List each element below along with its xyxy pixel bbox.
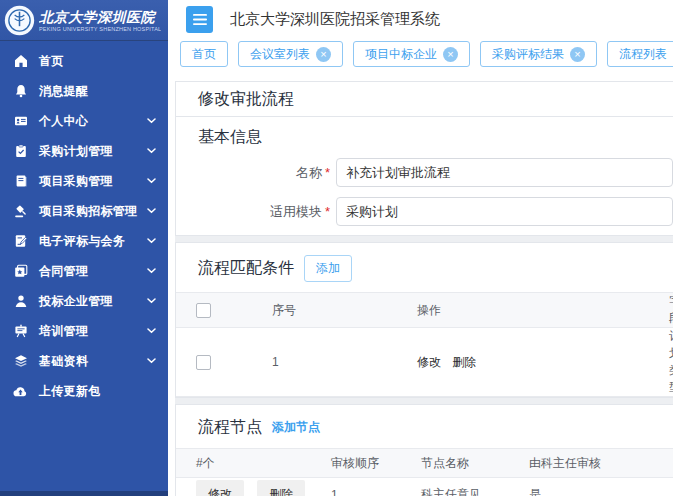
row-ops-cell: 修改 删除 [176,478,331,496]
sidebar-item-procurement-plan[interactable]: 采购计划管理 [0,136,168,166]
match-conditions-table: 序号 操作 字段 1 修改 删除 计划类型 [176,292,673,397]
tab-label: 首页 [192,46,216,63]
hospital-name: 北京大学深圳医院 [39,9,161,25]
process-nodes-card: 流程节点 添加节点 #个 审核顺序 节点名称 由科主任审核 修改 [175,404,673,496]
name-input[interactable] [336,158,673,187]
page-title: 修改审批流程 [198,89,294,110]
sidebar-item-label: 消息提醒 [39,83,156,100]
sidebar-item-label: 采购计划管理 [39,143,147,160]
page-title-card: 修改审批流程 [175,81,673,116]
cloud-upload-icon [13,384,28,399]
table-row: 修改 删除 1 科主任意见 是 [176,478,673,496]
app-title: 北京大学深圳医院招采管理系统 [230,10,440,29]
close-icon[interactable]: × [570,47,585,62]
sidebar-item-contract-management[interactable]: 合同管理 [0,256,168,286]
chevron-down-icon [147,238,156,244]
column-header-dept-head: 由科主任审核 [529,449,673,478]
column-header-order: 审核顺序 [331,449,421,478]
tab-winning-enterprises[interactable]: 项目中标企业 × [353,41,470,67]
delete-link[interactable]: 删除 [452,355,476,369]
table-header-row: #个 审核顺序 节点名称 由科主任审核 [176,449,673,478]
tab-process-list[interactable]: 流程列表 × [607,41,673,67]
row-field-cell: 计划类型 [669,328,673,397]
column-header-ops: #个 [176,449,331,478]
required-mark: * [325,165,330,180]
column-header-name: 节点名称 [421,449,529,478]
table-row: 1 修改 删除 计划类型 [176,328,673,397]
user-icon [13,294,28,309]
home-icon [13,54,28,69]
chevron-down-icon [147,328,156,334]
delete-button[interactable]: 删除 [257,480,305,496]
module-input[interactable] [336,197,673,226]
tab-evaluation-results[interactable]: 采购评标结果 × [480,41,597,67]
tab-label: 项目中标企业 [365,46,437,63]
tab-home[interactable]: 首页 [180,41,228,67]
sidebar-item-label: 基础资料 [39,353,147,370]
sidebar-item-upload-update[interactable]: 上传更新包 [0,376,168,406]
sidebar-item-basic-data[interactable]: 基础资料 [0,346,168,376]
process-nodes-title: 流程节点 [198,417,262,438]
hamburger-icon [193,14,207,25]
clipboard-check-icon [13,144,28,159]
table-header-row: 序号 操作 字段 [176,293,673,328]
bell-icon [13,84,28,99]
name-field-row: 名称 * [176,158,673,187]
sidebar-item-label: 合同管理 [39,263,147,280]
sidebar: 北京大学深圳医院 PEKING UNIVERSITY SHENZHEN HOSP… [0,0,168,496]
row-checkbox[interactable] [196,355,211,370]
row-index-cell: 1 [272,328,417,397]
sidebar-item-project-procurement[interactable]: 项目采购管理 [0,166,168,196]
basic-info-card: 基本信息 名称 * 适用模块 * [175,116,673,236]
process-nodes-table: #个 审核顺序 节点名称 由科主任审核 修改 删除 1 科主任意见 [176,448,673,496]
row-name-cell: 科主任意见 [421,478,529,496]
document-edit-icon [13,234,28,249]
sidebar-item-notifications[interactable]: 消息提醒 [0,76,168,106]
sidebar-item-label: 电子评标与会务 [39,233,147,250]
sidebar-item-training-management[interactable]: 培训管理 [0,316,168,346]
close-icon[interactable]: × [443,47,458,62]
sidebar-item-bidder-enterprise[interactable]: 投标企业管理 [0,286,168,316]
column-header-index: 序号 [272,293,417,328]
sidebar-item-personal-center[interactable]: 个人中心 [0,106,168,136]
close-icon[interactable]: × [316,47,331,62]
sidebar-item-label: 首页 [39,53,156,70]
add-condition-button[interactable]: 添加 [304,255,352,282]
sidebar-menu: 首页 消息提醒 个人中心 采购计划管理 项目采购管理 [0,41,168,406]
match-conditions-card: 流程匹配条件 添加 序号 操作 字段 1 [175,242,673,398]
edit-link[interactable]: 修改 [417,355,441,369]
tab-meeting-room-list[interactable]: 会议室列表 × [238,41,343,67]
chevron-down-icon [147,148,156,154]
sidebar-footer-strip [0,491,168,496]
sidebar-item-home[interactable]: 首页 [0,46,168,76]
sidebar-item-label: 上传更新包 [39,383,156,400]
sidebar-item-e-evaluation[interactable]: 电子评标与会务 [0,226,168,256]
module-field-row: 适用模块 * [176,197,673,226]
sidebar-item-label: 项目采购招标管理 [39,203,147,220]
column-header-field: 字段 [669,293,673,328]
sidebar-item-bidding-management[interactable]: 项目采购招标管理 [0,196,168,226]
add-node-link[interactable]: 添加节点 [272,419,320,436]
presentation-icon [13,324,28,339]
row-operation-cell: 修改 删除 [417,328,669,397]
tab-label: 采购评标结果 [492,46,564,63]
tab-bar: 首页 会议室列表 × 项目中标企业 × 采购评标结果 × 流程列表 × 流程 × [168,38,673,70]
layers-icon [13,354,28,369]
top-bar: 北京大学深圳医院招采管理系统 [168,0,673,38]
select-all-checkbox[interactable] [196,303,211,318]
match-conditions-title: 流程匹配条件 [198,258,294,279]
contract-icon [13,264,28,279]
name-field-label: 名称 [176,164,322,182]
sidebar-item-label: 培训管理 [39,323,147,340]
tab-label: 会议室列表 [250,46,310,63]
sidebar-item-label: 项目采购管理 [39,173,147,190]
hospital-name-en: PEKING UNIVERSITY SHENZHEN HOSPITAL [39,26,161,32]
edit-button[interactable]: 修改 [196,480,244,496]
hamburger-menu-button[interactable] [186,6,213,33]
hospital-logo-bar: 北京大学深圳医院 PEKING UNIVERSITY SHENZHEN HOSP… [0,0,168,41]
column-header-operation: 操作 [417,293,669,328]
tab-label: 流程列表 [619,46,667,63]
gavel-icon [13,204,28,219]
row-order-cell: 1 [331,478,421,496]
required-mark: * [325,204,330,219]
